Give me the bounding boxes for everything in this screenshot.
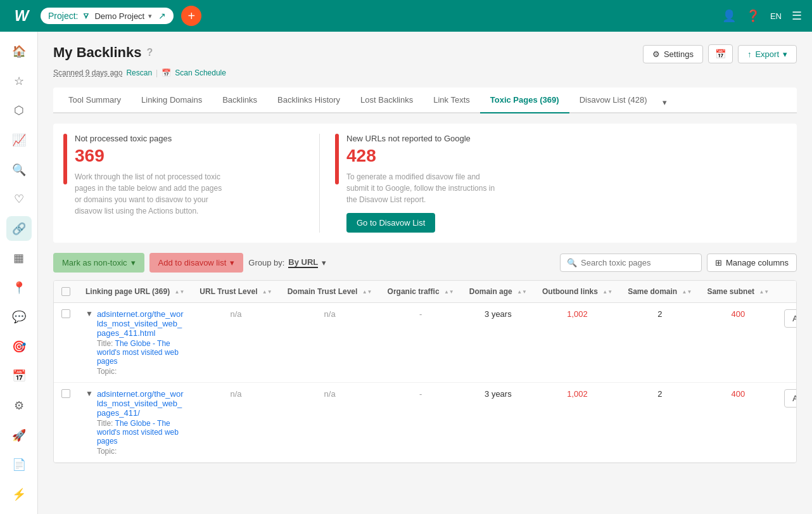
tab-disavow-list[interactable]: Disavow List (428) (569, 87, 657, 113)
manage-columns-button[interactable]: ⊞ Manage columns (707, 254, 797, 272)
row2-same-domain: 2 (620, 383, 699, 463)
user-icon[interactable]: 👤 (722, 9, 736, 23)
sidebar-item-rocket[interactable]: 🚀 (6, 423, 32, 447)
sort-icon-outbound[interactable]: ▲▼ (602, 289, 612, 295)
header-linking-url: Linking page URL (369) ▲▼ (78, 281, 192, 303)
page-title-text: My Backlinks (53, 44, 141, 61)
row1-url-cell: ▼ adsinternet.org/the_worlds_most_visite… (78, 303, 192, 383)
logo-letter: W (15, 7, 29, 24)
row1-url-content: adsinternet.org/the_worlds_most_visited_… (97, 309, 184, 376)
export-button[interactable]: ↑ Export ▾ (738, 45, 797, 63)
mark-non-toxic-button[interactable]: Mark as non-toxic ▾ (53, 253, 144, 273)
sidebar-item-favorites[interactable]: ♡ (6, 187, 32, 212)
row2-checkbox[interactable] (61, 389, 70, 398)
sort-icon-organic[interactable]: ▲▼ (444, 289, 454, 295)
row1-checkbox[interactable] (61, 309, 70, 318)
sidebar-item-search[interactable]: 🔍 (6, 157, 32, 182)
sort-icon-same-domain[interactable]: ▲▼ (682, 289, 692, 295)
tab-linking-domains[interactable]: Linking Domains (131, 87, 212, 113)
tabs-more-icon[interactable]: ▾ (657, 93, 672, 112)
sidebar-item-location[interactable]: 📍 (6, 276, 32, 300)
help-circle-icon[interactable]: ❓ (746, 9, 760, 23)
scan-info: Scanned 9 days ago Rescan | 📅 Scan Sched… (53, 68, 797, 77)
tab-backlinks[interactable]: Backlinks (212, 87, 267, 113)
logo: W (10, 4, 33, 27)
sort-icon-same-subnet[interactable]: ▲▼ (759, 289, 769, 295)
hamburger-menu-icon[interactable]: ☰ (792, 9, 802, 23)
sort-icon-domain-trust[interactable]: ▲▼ (362, 289, 372, 295)
row2-domain-age: 3 years (462, 383, 535, 463)
sidebar-item-badge[interactable]: 🎯 (6, 335, 32, 359)
sidebar-item-analytics[interactable]: 📈 (6, 128, 32, 153)
sidebar-item-settings[interactable]: ⚙ (6, 394, 32, 418)
go-to-disavow-button[interactable]: Go to Disavow List (346, 213, 435, 233)
row2-url-content: adsinternet.org/the_worlds_most_visited_… (97, 389, 184, 456)
card-red-bar (63, 134, 67, 184)
add-to-disavow-button[interactable]: Add to disavow list ▾ (149, 253, 244, 273)
scan-schedule-link[interactable]: Scan Schedule (175, 68, 226, 77)
row1-topic: Topic: (97, 367, 184, 376)
search-input[interactable] (581, 258, 695, 267)
project-selector[interactable]: Project: ⛛ Demo Project ▾ ↗ (41, 8, 174, 24)
nav-icons: 👤 ❓ EN ☰ (722, 9, 802, 23)
sidebar-item-chat[interactable]: 💬 (6, 305, 32, 330)
mark-non-toxic-label: Mark as non-toxic (62, 258, 127, 267)
tab-toxic-pages[interactable]: Toxic Pages (369) (480, 87, 569, 113)
row2-same-subnet: 400 (699, 383, 777, 463)
card-title-2: New URLs not reported to Google (346, 134, 498, 143)
row2-expand-icon[interactable]: ▼ (86, 389, 93, 398)
row1-url[interactable]: adsinternet.org/the_worlds_most_visited_… (97, 309, 184, 338)
sort-icon-age[interactable]: ▲▼ (517, 289, 527, 295)
sort-icon-url-trust[interactable]: ▲▼ (262, 289, 272, 295)
manage-columns-label: Manage columns (726, 258, 789, 267)
tab-link-texts[interactable]: Link Texts (423, 87, 480, 113)
table-toolbar: Mark as non-toxic ▾ Add to disavow list … (53, 253, 797, 273)
chevron-down-icon: ▾ (148, 12, 152, 20)
tab-lost-backlinks[interactable]: Lost Backlinks (350, 87, 423, 113)
sidebar-item-backlinks[interactable]: 🔗 (6, 216, 32, 241)
header-actions: ⚙ Settings 📅 ↑ Export ▾ (643, 44, 797, 63)
separator: | (156, 68, 158, 77)
card-number-2: 428 (346, 146, 498, 166)
card-divider (319, 134, 320, 233)
tab-tool-summary[interactable]: Tool Summary (58, 87, 131, 113)
settings-button[interactable]: ⚙ Settings (643, 45, 703, 63)
sidebar-item-home[interactable]: 🏠 (6, 39, 32, 64)
row2-url[interactable]: adsinternet.org/the_worlds_most_visited_… (97, 389, 184, 418)
calendar-button[interactable]: 📅 (708, 44, 733, 63)
row1-actions-button[interactable]: Actions ▾ (784, 309, 797, 328)
page-header: My Backlinks ? ⚙ Settings 📅 ↑ Export ▾ (53, 44, 797, 63)
sidebar-item-starred[interactable]: ☆ (6, 69, 32, 94)
sidebar: 🏠 ☆ ⬡ 📈 🔍 ♡ 🔗 ▦ 📍 💬 🎯 📅 ⚙ 🚀 📄 ⚡ (0, 32, 38, 514)
external-link-icon[interactable]: ↗ (158, 11, 166, 21)
help-icon[interactable]: ? (146, 47, 153, 58)
add-project-button[interactable]: + (181, 6, 201, 26)
project-label-text: Project: (48, 11, 78, 21)
row2-checkbox-cell (54, 383, 78, 463)
scanned-label: Scanned 9 days ago (53, 68, 122, 77)
row2-actions-cell: Actions ▾ (777, 383, 797, 463)
row2-url-cell: ▼ adsinternet.org/the_worlds_most_visite… (78, 383, 192, 463)
sidebar-item-calendar[interactable]: 📅 (6, 364, 32, 389)
sort-icon-url[interactable]: ▲▼ (174, 289, 184, 295)
group-by-chevron-icon[interactable]: ▾ (322, 258, 326, 267)
group-by-value[interactable]: By URL (288, 257, 318, 268)
header-same-domain: Same domain ▲▼ (620, 281, 699, 303)
card-desc-1: Work through the list of not processed t… (75, 171, 227, 217)
sidebar-item-lightning[interactable]: ⚡ (6, 482, 32, 506)
card-title-1: Not processed toxic pages (75, 134, 227, 143)
rescan-link[interactable]: Rescan (126, 68, 152, 77)
export-icon: ↑ (747, 49, 752, 59)
sidebar-item-bar[interactable]: ▦ (6, 246, 32, 271)
tab-backlinks-history[interactable]: Backlinks History (267, 87, 350, 113)
row2-actions-button[interactable]: Actions ▾ (784, 389, 797, 408)
sidebar-item-pdf[interactable]: 📄 (6, 453, 32, 477)
gear-icon: ⚙ (652, 49, 660, 59)
row1-domain-age: 3 years (462, 303, 535, 383)
select-all-checkbox[interactable] (61, 287, 70, 296)
row1-actions-cell: Actions ▾ (777, 303, 797, 383)
row1-expand-icon[interactable]: ▼ (86, 309, 93, 318)
page-title-group: My Backlinks ? (53, 44, 153, 61)
language-selector[interactable]: EN (770, 11, 782, 21)
sidebar-item-projects[interactable]: ⬡ (6, 98, 32, 123)
